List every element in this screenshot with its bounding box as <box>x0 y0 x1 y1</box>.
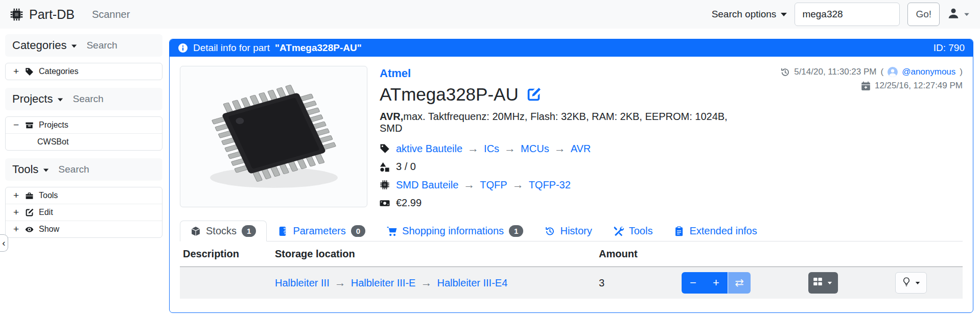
top-navbar: Part-DB Scanner Search options Go! <box>0 0 980 29</box>
nav-item-scanner[interactable]: Scanner <box>92 9 130 20</box>
cart-icon <box>387 226 397 236</box>
tab-label: Extended infos <box>689 225 757 237</box>
manufacturer-link[interactable]: Atmel <box>380 67 411 80</box>
storage-location-link[interactable]: Halbleiter III <box>275 277 330 289</box>
sidebar-item-cwsbot[interactable]: CWSBot <box>6 134 162 150</box>
sidebar-search-input[interactable] <box>85 39 152 52</box>
category-link[interactable]: AVR <box>571 143 591 155</box>
price-row: €2.99 <box>380 197 746 209</box>
paren-close: ) <box>960 67 963 77</box>
sidebar-item-projects[interactable]: −Projects <box>6 117 162 134</box>
search-input[interactable] <box>795 3 900 26</box>
arrow-right-icon: → <box>512 178 524 191</box>
sidebar-item-show[interactable]: +Show <box>6 221 162 237</box>
history-icon <box>545 226 555 236</box>
tab-extended-infos[interactable]: Extended infos <box>663 221 767 241</box>
part-detail-card: Detail info for part "ATmega328P-AU" ID:… <box>169 39 973 313</box>
card-header-part-name: "ATmega328P-AU" <box>275 42 362 54</box>
tab-shopping-informations[interactable]: Shopping informations1 <box>376 221 534 241</box>
row-actions: − + ⇄ <box>682 272 959 294</box>
tab-history[interactable]: History <box>534 221 602 241</box>
tree-item-label: Categories <box>39 67 78 76</box>
storage-location-link[interactable]: Halbleiter III-E <box>351 277 416 289</box>
microchip-logo-icon <box>10 8 24 21</box>
sidebar-section-tools: Tools+Tools+Edit+Show <box>5 158 162 238</box>
sidebar-search-input[interactable] <box>57 163 124 176</box>
move-stock-button[interactable]: ⇄ <box>728 272 751 294</box>
sidebar: Categories+CategoriesProjects−ProjectsCW… <box>0 29 162 246</box>
chevron-down-icon <box>781 13 787 16</box>
tab-label: Stocks <box>206 225 237 237</box>
eye-icon <box>25 225 34 234</box>
part-id: ID: 790 <box>934 42 965 54</box>
footprint-link[interactable]: TQFP-32 <box>529 179 571 191</box>
table-row: Halbleiter III→Halbleiter III-E→Halbleit… <box>180 267 963 299</box>
sidebar-section-title-dropdown[interactable]: Tools <box>12 163 49 176</box>
sidebar-item-edit[interactable]: +Edit <box>6 204 162 221</box>
sidebar-item-categories[interactable]: +Categories <box>6 63 162 80</box>
search-options-label: Search options <box>712 9 777 20</box>
storage-location-link[interactable]: Halbleiter III-E4 <box>437 277 507 289</box>
part-db-app: Part-DB Scanner Search options Go! Categ… <box>0 0 980 315</box>
qfp-chip-illustration <box>190 73 358 201</box>
chevron-down-icon <box>828 282 832 284</box>
tab-label: Tools <box>629 225 653 237</box>
storage-location-breadcrumb: Halbleiter III→Halbleiter III-E→Halbleit… <box>275 276 592 289</box>
description-rest: max. Taktfrequenz: 20MHz, Flash: 32KB, R… <box>380 111 728 134</box>
money-bill-icon <box>380 198 390 208</box>
description-bold: AVR, <box>380 111 403 122</box>
ruler-icon <box>277 226 288 236</box>
increase-stock-button[interactable]: + <box>705 272 728 294</box>
arrow-right-icon: → <box>554 142 566 155</box>
toolbox-icon <box>25 191 34 200</box>
tab-stocks[interactable]: Stocks1 <box>180 221 267 241</box>
expand-node-icon[interactable]: + <box>12 66 20 77</box>
search-options-dropdown[interactable]: Search options <box>712 9 787 20</box>
part-price: €2.99 <box>396 197 422 209</box>
table-header-row: Description Storage location Amount <box>180 241 963 267</box>
label-dropdown-button[interactable] <box>895 272 927 294</box>
chevron-down-icon <box>915 282 919 284</box>
user-link[interactable]: @anonymous <box>902 67 955 77</box>
footprint-link[interactable]: SMD Bauteile <box>396 179 458 191</box>
sidebar-section-title-dropdown[interactable]: Categories <box>12 39 77 52</box>
edit-part-icon[interactable] <box>526 87 541 102</box>
timestamps: 5/14/20, 11:30:23 PM ( @anonymous) 12/25… <box>758 66 963 214</box>
sidebar-item-tools[interactable]: +Tools <box>6 187 162 204</box>
box-icon <box>191 226 201 236</box>
collapse-node-icon[interactable]: − <box>12 119 20 131</box>
clipboard-icon <box>674 226 684 236</box>
user-menu[interactable] <box>947 7 970 22</box>
category-link[interactable]: ICs <box>484 143 499 155</box>
paren-open: ( <box>881 67 884 77</box>
column-description: Description <box>180 241 272 267</box>
expand-node-icon[interactable]: + <box>12 207 20 218</box>
expand-node-icon[interactable]: + <box>12 190 20 201</box>
tree-item-label: Show <box>39 225 59 234</box>
decrease-stock-button[interactable]: − <box>682 272 705 294</box>
modified-date: 12/25/16, 12:27:49 PM <box>875 81 963 91</box>
column-actions <box>679 241 963 267</box>
category-link[interactable]: aktive Bauteile <box>396 143 462 155</box>
category-link[interactable]: MCUs <box>521 143 549 155</box>
sidebar-collapse-toggle[interactable]: ‹ <box>0 234 8 252</box>
quantity-button-group: − + ⇄ <box>682 272 751 294</box>
microchip-icon <box>380 180 390 190</box>
search-go-button[interactable]: Go! <box>907 3 940 26</box>
tab-label: Shopping informations <box>402 225 504 237</box>
edit-icon <box>25 208 34 217</box>
expand-node-icon[interactable]: + <box>12 224 20 235</box>
tab-parameters[interactable]: Parameters0 <box>267 221 376 241</box>
footprint-link[interactable]: TQFP <box>480 179 507 191</box>
app-brand[interactable]: Part-DB <box>10 7 75 22</box>
stock-amount: 3 / 0 <box>396 161 416 173</box>
sidebar-search-input[interactable] <box>72 93 138 105</box>
lightbulb-icon <box>902 276 911 289</box>
arrow-right-icon: → <box>463 178 475 191</box>
sidebar-section-header: Categories <box>5 34 162 57</box>
sidebar-section-title-dropdown[interactable]: Projects <box>12 92 63 106</box>
view-options-dropdown-button[interactable] <box>808 272 838 294</box>
section-title-label: Categories <box>12 39 66 52</box>
tab-tools[interactable]: Tools <box>603 221 664 241</box>
part-image[interactable] <box>180 66 367 207</box>
